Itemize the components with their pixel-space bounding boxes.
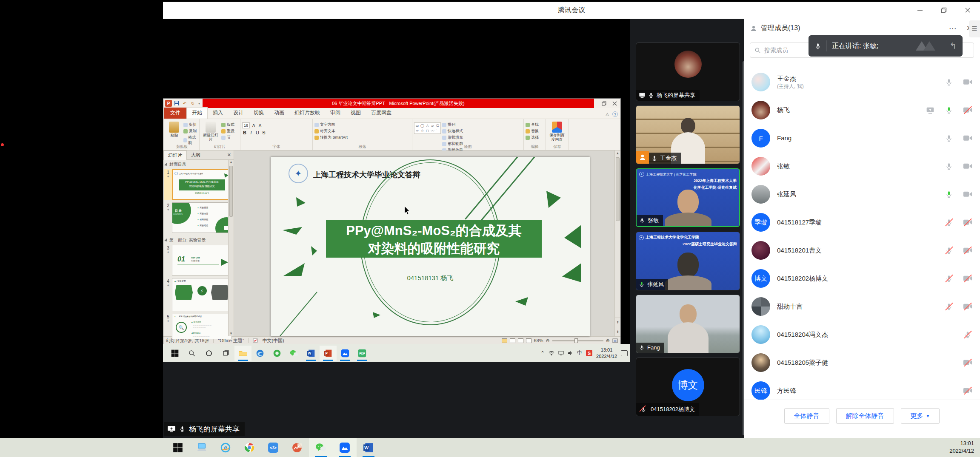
ppt-tab-视图[interactable]: 视图: [346, 108, 366, 119]
thumbnail-scrollbar[interactable]: ▲ ▼: [228, 160, 234, 336]
ribbon-item-剪切[interactable]: 剪切: [183, 122, 197, 128]
redo-icon[interactable]: ↻: [189, 100, 196, 107]
member-row[interactable]: 季璇041518127季璇: [744, 208, 980, 236]
explorer-icon[interactable]: [234, 346, 251, 361]
font-grow-shrink[interactable]: A: [251, 123, 256, 128]
save-icon[interactable]: [173, 100, 180, 107]
cortana-icon[interactable]: [200, 346, 217, 361]
ppt-restore-icon[interactable]: [602, 101, 606, 106]
computer-icon[interactable]: [190, 438, 214, 457]
wifi-icon[interactable]: [549, 351, 554, 355]
ppt-tab-设计[interactable]: 设计: [228, 108, 249, 119]
member-list[interactable]: 王金杰(主持人, 我)杨飞FFang张敏张延风季璇041518127季璇0415…: [744, 68, 980, 400]
format-S[interactable]: S: [261, 130, 266, 135]
fit-to-window-icon[interactable]: [612, 338, 618, 343]
ppt-close-icon[interactable]: [612, 101, 617, 106]
slide-thumbnail[interactable]: 上海工程技术大学毕业论文答辩 PPy@MnS₂-MoS₂的合成及其对染料的吸附性…: [172, 169, 232, 200]
member-row[interactable]: 041518205梁子健: [744, 349, 980, 377]
member-row[interactable]: FFang: [744, 124, 980, 152]
slide-thumbnail[interactable]: ▲: 实验背景 ⚡: [172, 278, 232, 311]
help-icon[interactable]: ?: [612, 111, 618, 117]
slide-thumbnail[interactable]: 01 Part One 实验背景: [172, 245, 232, 275]
reading-view-icon[interactable]: [518, 338, 523, 343]
member-row[interactable]: 民锋方民锋: [744, 377, 980, 400]
slide-canvas[interactable]: ✦ 上海工程技术大学毕业论文答辩: [234, 150, 614, 336]
minimize-icon[interactable]: [914, 4, 926, 17]
font-size-value[interactable]: 18: [242, 122, 250, 128]
slide-thumbnail-row[interactable]: 5✦▲: 二硫化钼纳米材料的研究现状 🔍 ▲ 研究现状 — — — — — — …: [164, 314, 232, 339]
ribbon-item-查找[interactable]: 查找: [526, 122, 539, 128]
ribbon-item-替换[interactable]: 替换: [526, 128, 539, 134]
member-row[interactable]: 甜劫十言: [744, 292, 980, 321]
scroll-up-icon[interactable]: ▲: [615, 150, 620, 156]
slide-thumbnail-row[interactable]: 3✦01 Part One 实验背景: [164, 245, 232, 275]
ribbon-item-对齐文本[interactable]: 对齐文本: [314, 128, 348, 134]
devtool-icon[interactable]: </>: [261, 438, 285, 457]
zoom-in-icon[interactable]: ⊕: [606, 338, 610, 343]
slide-thumbnail-row[interactable]: 1✦ 上海工程技术大学毕业论文答辩 PPy@MnS₂-MoS₂的合成及其对染料的…: [164, 169, 232, 200]
ppt-tab-审阅[interactable]: 审阅: [325, 108, 346, 119]
ribbon-item-重设[interactable]: 重设: [221, 128, 234, 134]
member-row[interactable]: 王金杰(主持人, 我): [744, 68, 980, 96]
edge-icon[interactable]: [251, 346, 269, 361]
ribbon-item-转换为 SmartArt[interactable]: 转换为 SmartArt: [314, 135, 348, 140]
normal-view-icon[interactable]: [502, 338, 507, 343]
more-button[interactable]: 更多▼: [901, 408, 940, 424]
slide[interactable]: ✦ 上海工程技术大学毕业论文答辩: [271, 157, 590, 336]
back-arrow-icon[interactable]: ↰: [949, 41, 957, 51]
display-icon[interactable]: [558, 351, 564, 355]
language-indicator[interactable]: 中文(中国): [262, 338, 284, 344]
ppt-tab-切换[interactable]: 切换: [249, 108, 269, 119]
sidebar-toggle[interactable]: ☰: [969, 20, 980, 37]
word-icon[interactable]: W: [357, 438, 380, 457]
member-row[interactable]: 博文041518202杨博文: [744, 264, 980, 292]
panel-close-icon[interactable]: ✕: [227, 152, 234, 158]
start-icon[interactable]: [166, 346, 183, 361]
member-row[interactable]: 杨飞: [744, 96, 980, 124]
format-B[interactable]: B: [242, 130, 247, 135]
wechat-icon[interactable]: [309, 438, 333, 457]
notification-center-icon[interactable]: [621, 350, 628, 356]
slideshow-icon[interactable]: [526, 338, 531, 343]
ppt-tab-动画[interactable]: 动画: [269, 108, 289, 119]
ribbon-item-复制[interactable]: 复制: [183, 128, 197, 134]
wechat-icon[interactable]: [286, 346, 303, 361]
slide-thumbnail-row[interactable]: 4✦▲: 实验背景 ⚡: [164, 278, 232, 311]
scroll-down-icon[interactable]: ▼: [229, 331, 234, 336]
more-options-icon[interactable]: ⋯: [945, 24, 961, 33]
video-tile[interactable]: 博文041518202杨博文: [636, 358, 740, 416]
qat-dropdown-icon[interactable]: ▾: [197, 100, 201, 107]
powerpoint-icon[interactable]: P: [320, 346, 337, 361]
volume-icon[interactable]: [568, 351, 573, 355]
chrome-icon[interactable]: [237, 438, 261, 457]
member-row[interactable]: 041518204冯文杰: [744, 321, 980, 349]
ppt-tab-file[interactable]: 文件: [164, 108, 186, 119]
member-row[interactable]: 张延风: [744, 180, 980, 208]
member-row[interactable]: 041518201曹文: [744, 236, 980, 264]
spellcheck-icon[interactable]: [253, 338, 258, 343]
meeting-icon[interactable]: [333, 438, 357, 457]
tab-outline[interactable]: 大纲: [187, 150, 205, 159]
slide-sorter-icon[interactable]: [510, 338, 515, 343]
ribbon-item-快速样式[interactable]: 快速样式: [442, 128, 463, 134]
shape-gallery[interactable]: ▭◯△▱⬠⇨☆◻〰⌒: [414, 122, 441, 134]
video-tile[interactable]: ✦上海工程技术大学化学化工学院2022届硕士研究生毕业论文答辩张延风: [636, 232, 740, 290]
origin-icon[interactable]: [285, 438, 309, 457]
zoom-slider[interactable]: [552, 340, 603, 341]
restore-icon[interactable]: [937, 4, 950, 17]
tray-chevron-up-icon[interactable]: ⌃: [540, 350, 545, 356]
local-clock[interactable]: 13:01 2022/4/12: [949, 440, 974, 455]
close-icon[interactable]: [961, 4, 974, 17]
scroll-up-icon[interactable]: ▲: [229, 160, 234, 165]
ppt-tab-插入[interactable]: 插入: [208, 108, 228, 119]
browser-icon[interactable]: [269, 346, 286, 361]
slide-title-banner[interactable]: PPy@MnS₂-MoS₂的合成及其 对染料的吸附性能研究: [326, 220, 542, 258]
mute-all-button[interactable]: 全体静音: [784, 408, 829, 424]
ppt-tab-开始[interactable]: 开始: [186, 107, 208, 119]
ppt-tab-幻灯片放映[interactable]: 幻灯片放映: [289, 108, 325, 119]
thumbnail-section[interactable]: 封面目录: [163, 160, 234, 168]
word-icon[interactable]: W: [303, 346, 320, 361]
member-row[interactable]: 张敏: [744, 152, 980, 180]
ribbon-big-button[interactable]: 粘贴: [166, 122, 182, 138]
sogou-ime-icon[interactable]: S: [586, 350, 592, 356]
